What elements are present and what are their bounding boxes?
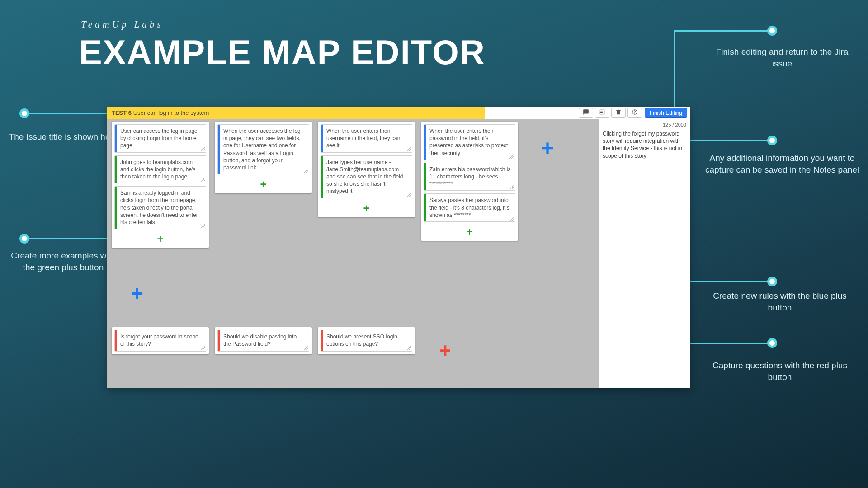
- add-example-button[interactable]: +: [217, 177, 309, 192]
- rule-card[interactable]: When the user enters their username in t…: [321, 124, 412, 153]
- add-question-button[interactable]: +: [439, 341, 451, 361]
- rule-card[interactable]: User can access the log in page by click…: [114, 124, 206, 153]
- brand-label: TeamUp Labs: [81, 19, 164, 30]
- question-column: Should we disable pasting into the Passw…: [215, 327, 312, 354]
- rule-column: When the user enters their username in t…: [318, 122, 415, 217]
- annotation-finish: Finish editing and return to the Jira is…: [708, 46, 857, 69]
- example-card[interactable]: Saraya pastes her password into the fiel…: [424, 193, 515, 222]
- app-canvas: TEST-6 User can log in to the system: [107, 107, 690, 388]
- example-card[interactable]: Zain enters his password which is 11 cha…: [424, 163, 515, 191]
- example-card[interactable]: Sam is already logged in and clicks logi…: [114, 186, 206, 229]
- question-card[interactable]: Should we present SSO login options on t…: [321, 330, 412, 352]
- help-icon: [632, 109, 638, 117]
- exit-icon: [599, 109, 605, 117]
- question-card[interactable]: Should we disable pasting into the Passw…: [217, 330, 309, 352]
- toolbar: Finish Editing: [577, 107, 690, 119]
- example-card[interactable]: Jane types her username - Jane.Smith@tea…: [321, 155, 412, 198]
- add-example-button[interactable]: +: [424, 225, 515, 239]
- comments-icon: [583, 109, 589, 117]
- question-column: Is forgot your password in scope of this…: [112, 327, 209, 354]
- finish-editing-button[interactable]: Finish Editing: [645, 108, 687, 118]
- annotation-dot: [767, 26, 777, 36]
- export-button[interactable]: [595, 108, 609, 118]
- add-rule-button[interactable]: +: [131, 283, 143, 305]
- annotation-dot: [19, 234, 29, 244]
- title-bar: TEST-6 User can log in to the system: [107, 107, 690, 119]
- annotation-red-plus: Capture questions with the red plus butt…: [708, 360, 852, 383]
- add-example-button[interactable]: +: [114, 232, 206, 246]
- rule-column: When the user enters their password in t…: [421, 122, 518, 241]
- add-rule-button[interactable]: +: [541, 137, 554, 159]
- annotation-dot: [19, 108, 29, 118]
- issue-label: TEST-6 User can log in to the system: [107, 107, 485, 119]
- annotation-dot: [767, 277, 777, 286]
- annotation-leader: [29, 238, 108, 239]
- notes-panel[interactable]: 125 / 2000 Clicking the forgot my passwo…: [599, 119, 690, 388]
- annotation-dot: [767, 136, 777, 145]
- example-card[interactable]: John goes to teamuplabs.com and clicks t…: [114, 155, 206, 184]
- annotation-blue-plus: Create new rules with the blue plus butt…: [708, 290, 852, 313]
- issue-key: TEST-6: [112, 109, 132, 116]
- annotation-dot: [767, 338, 777, 348]
- question-card[interactable]: Is forgot your password in scope of this…: [114, 330, 206, 352]
- rule-card[interactable]: When the user accesses the log in page, …: [217, 124, 309, 174]
- rule-card[interactable]: When the user enters their password in t…: [424, 124, 515, 160]
- rule-column: User can access the log in page by click…: [112, 122, 209, 248]
- page-title: EXAMPLE MAP EDITOR: [79, 33, 486, 72]
- annotation-leader: [674, 30, 768, 32]
- annotation-notes: Any additional information you want to c…: [703, 152, 861, 175]
- annotation-leader: [674, 30, 675, 108]
- help-button[interactable]: [627, 108, 642, 118]
- notes-text[interactable]: Clicking the forgot my password story wi…: [603, 130, 686, 160]
- annotation-leader: [689, 140, 768, 141]
- add-example-button[interactable]: +: [321, 201, 412, 216]
- annotation-green-plus: Create more examples with the green plus…: [7, 250, 120, 273]
- trash-icon: [615, 109, 622, 117]
- question-column: Should we present SSO login options on t…: [318, 327, 415, 354]
- delete-button[interactable]: [611, 108, 626, 118]
- issue-title-text: User can log in to the system: [133, 109, 209, 116]
- annotation-leader: [29, 113, 108, 114]
- comments-button[interactable]: [579, 108, 593, 118]
- svg-point-1: [634, 113, 635, 113]
- board-area: User can access the log in page by click…: [107, 119, 599, 388]
- rule-column: When the user accesses the log in page, …: [215, 122, 312, 193]
- notes-char-count: 125 / 2000: [603, 121, 686, 130]
